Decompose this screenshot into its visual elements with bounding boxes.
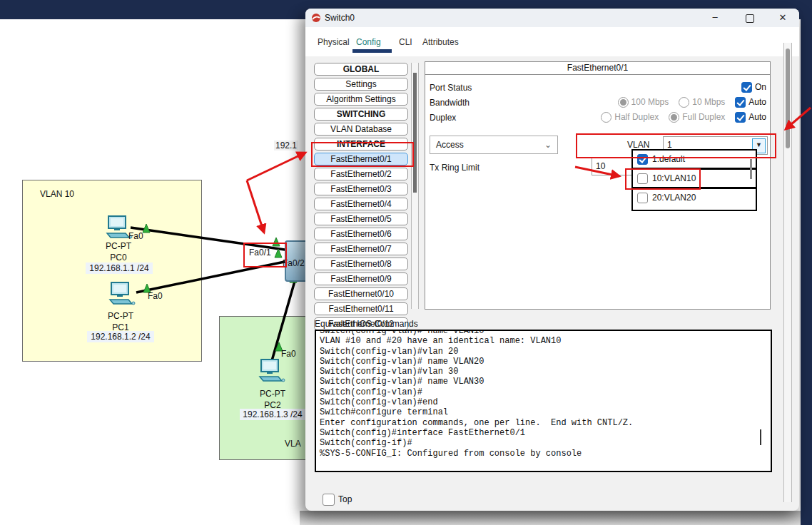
vlan-green-note-label-partial: VLA xyxy=(285,439,301,449)
switch-port2-label: Fa0/2 xyxy=(283,258,305,268)
sidebar-header-switching: SWITCHING xyxy=(314,108,408,121)
bandwidth-10mbps-label: 10 Mbps xyxy=(692,97,725,107)
switch0-dialog: Switch0 – ✕ Physical Config CLI Attribut… xyxy=(305,9,799,511)
vlan-dropdown-list: 1:default 10:VLAN10 20:VLAN20 xyxy=(631,149,757,211)
sidebar-item-fastethernet0-9[interactable]: FastEthernet0/9 xyxy=(314,272,408,285)
bandwidth-auto-label: Auto xyxy=(748,97,766,107)
screen: VLAN 10 VLA Fa0 PC-PT PC0 192.168.1.1 /2… xyxy=(0,0,812,525)
pc2-icon[interactable] xyxy=(257,359,285,383)
sidebar-item-settings[interactable]: Settings xyxy=(314,78,408,91)
dialog-scrollbar-thumb[interactable] xyxy=(786,49,790,148)
port-status-on-label: On xyxy=(755,82,766,92)
sidebar-item-fastethernet0-4[interactable]: FastEthernet0/4 xyxy=(314,198,408,210)
sidebar-item-fastethernet0-3[interactable]: FastEthernet0/3 xyxy=(314,183,408,195)
vlan-option-20-label: 20:VLAN20 xyxy=(652,193,696,203)
port-status-controls: On xyxy=(741,81,766,93)
sidebar-item-fastethernet0-6[interactable]: FastEthernet0/6 xyxy=(314,228,408,240)
interface-panel: FastEthernet0/1 Port Status On Bandwidth… xyxy=(425,61,771,310)
vlan-option-20-vlan20[interactable]: 20:VLAN20 xyxy=(633,189,756,206)
sidebar-header-global: GLOBAL xyxy=(314,63,408,76)
duplex-full-label: Full Duplex xyxy=(682,112,725,122)
bandwidth-label: Bandwidth xyxy=(430,98,470,108)
vlan-value: 1 xyxy=(667,140,672,150)
port-mode-select[interactable]: Access ⌄ xyxy=(430,136,558,154)
minimize-button[interactable]: – xyxy=(709,11,721,22)
sidebar-scrollbar-thumb[interactable] xyxy=(413,73,417,193)
pc1-ip-label: 192.168.1.2 /24 xyxy=(87,331,154,342)
pc0-port-label: Fa0 xyxy=(128,231,143,241)
sidebar-item-fastethernet0-8[interactable]: FastEthernet0/8 xyxy=(314,258,408,270)
duplex-full-radio[interactable] xyxy=(669,112,679,123)
tab-attributes[interactable]: Attributes xyxy=(422,37,459,47)
bandwidth-auto-checkbox[interactable] xyxy=(735,97,746,108)
duplex-half-radio[interactable] xyxy=(601,112,611,123)
vlan-option-10-vlan10[interactable]: 10:VLAN10 xyxy=(633,170,756,187)
vlan-option-20-checkbox[interactable] xyxy=(637,193,648,203)
bandwidth-100mbps-radio[interactable] xyxy=(618,97,629,108)
app-icon xyxy=(311,13,321,23)
pc0-ip-label: 192.168.1.1 /24 xyxy=(86,262,153,274)
tx-ring-limit-field[interactable]: 10 xyxy=(592,158,636,175)
chevron-down-icon: ⌄ xyxy=(544,136,552,153)
active-tab-underline xyxy=(352,49,392,53)
pc1-icon[interactable] xyxy=(107,282,136,306)
switch-port1-label: Fa0/1 xyxy=(249,248,271,258)
duplex-half-label: Half Duplex xyxy=(614,112,659,122)
tab-physical[interactable]: Physical xyxy=(318,37,350,47)
backdrop-right-strip xyxy=(801,0,812,525)
duplex-label: Duplex xyxy=(430,113,456,123)
dialog-scrollbar[interactable] xyxy=(783,43,792,502)
dialog-titlebar[interactable]: Switch0 – ✕ xyxy=(305,9,799,27)
top-checkbox-label: Top xyxy=(338,494,352,504)
dropdown-scrollbar-thumb[interactable] xyxy=(750,159,752,179)
ios-commands-text: Switch(config-vlan)# name VLAN10 VLAN #1… xyxy=(320,330,771,459)
sidebar-item-algorithm-settings[interactable]: Algorithm Settings xyxy=(314,93,408,106)
pc2-port-label: Fa0 xyxy=(281,349,296,359)
tab-config[interactable]: Config xyxy=(356,37,381,47)
vlan-option-10-label: 10:VLAN10 xyxy=(652,173,696,183)
interface-panel-header: FastEthernet0/1 xyxy=(425,62,770,75)
config-sidebar: GLOBAL Settings Algorithm Settings SWITC… xyxy=(314,63,408,330)
bandwidth-controls: 100 Mbps 10 Mbps Auto xyxy=(618,96,766,108)
vlan-option-10-checkbox[interactable] xyxy=(637,173,648,184)
pc1-model-label: PC-PT xyxy=(96,311,146,321)
vlan10-note-label: VLAN 10 xyxy=(40,189,74,199)
duplex-auto-checkbox[interactable] xyxy=(735,112,746,123)
tx-ring-limit-label: Tx Ring Limit xyxy=(430,163,479,173)
ios-commands-box[interactable]: Switch(config-vlan)# name VLAN10 VLAN #1… xyxy=(315,330,772,472)
bandwidth-10mbps-radio[interactable] xyxy=(679,97,689,108)
sidebar-item-fastethernet0-5[interactable]: FastEthernet0/5 xyxy=(314,213,408,225)
tab-cli[interactable]: CLI xyxy=(399,37,412,47)
dialog-title: Switch0 xyxy=(325,13,355,23)
bandwidth-100mbps-label: 100 Mbps xyxy=(631,97,669,107)
backdrop-bottom-strip xyxy=(300,511,801,525)
sidebar-scrollbar[interactable] xyxy=(411,63,419,309)
sidebar-item-fastethernet0-7[interactable]: FastEthernet0/7 xyxy=(314,243,408,255)
sidebar-item-fastethernet0-10[interactable]: FastEthernet0/10 xyxy=(314,287,408,300)
ios-commands-label: Equivalent IOS Commands xyxy=(315,319,418,330)
vlan-option-1-checkbox[interactable] xyxy=(637,154,648,165)
vlan-option-1-default[interactable]: 1:default xyxy=(633,151,756,168)
vlan-option-1-label: 1:default xyxy=(652,154,685,164)
pc0-name-label: PC0 xyxy=(93,253,143,262)
pc2-model-label: PC-PT xyxy=(248,389,298,399)
sidebar-item-fastethernet0-11[interactable]: FastEthernet0/11 xyxy=(314,302,408,315)
close-button[interactable]: ✕ xyxy=(777,12,788,23)
pc0-model-label: PC-PT xyxy=(93,241,143,251)
sidebar-item-vlan-database[interactable]: VLAN Database xyxy=(314,123,408,136)
maximize-button[interactable] xyxy=(746,14,754,23)
duplex-auto-label: Auto xyxy=(748,112,766,122)
vlan-label: VLAN xyxy=(627,140,649,150)
port-status-label: Port Status xyxy=(430,83,472,93)
top-checkbox[interactable] xyxy=(323,494,335,506)
sidebar-item-fastethernet0-2[interactable]: FastEthernet0/2 xyxy=(314,168,408,180)
tab-bar: Physical Config CLI Attributes xyxy=(305,27,799,56)
sidebar-header-interface: INTERFACE xyxy=(314,138,408,151)
partial-ip-label: 192.1 xyxy=(274,141,298,151)
port-mode-value: Access xyxy=(436,140,464,150)
pc2-ip-label: 192.168.1.3 /24 xyxy=(240,409,305,420)
duplex-controls: Half Duplex Full Duplex Auto xyxy=(601,111,766,123)
sidebar-item-fastethernet0-1[interactable]: FastEthernet0/1 xyxy=(314,153,408,165)
port-status-checkbox[interactable] xyxy=(741,82,752,93)
text-cursor xyxy=(760,429,761,445)
